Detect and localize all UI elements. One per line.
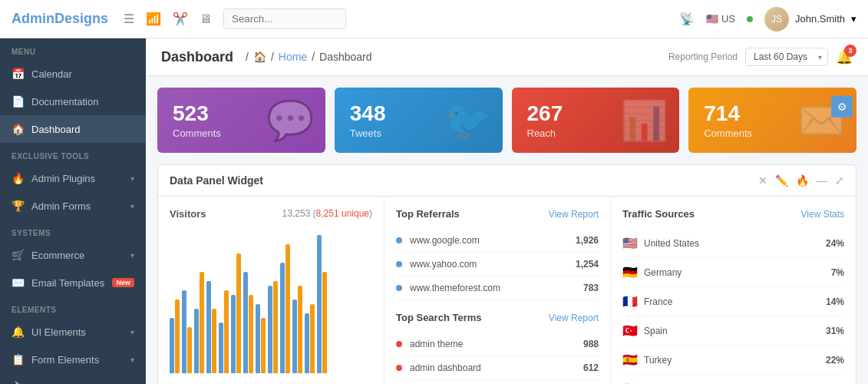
desktop-icon[interactable]: 🖥 [200, 12, 212, 26]
sidebar-item-documentation[interactable]: 📄 Documentation [0, 88, 146, 115]
breadcrumb-home-icon: 🏠 [253, 51, 266, 63]
sidebar-item-ui-elements[interactable]: 🔔 UI Elements ▾ [0, 318, 146, 346]
bar-yellow [236, 253, 241, 373]
flag-fr: 🇫🇷 [622, 294, 638, 309]
panel-body: Visitors 13,253 (8,251 unique) 0 10 20 [158, 197, 856, 384]
sidebar-item-email-templates[interactable]: ✉️ Email Templates New [0, 269, 146, 296]
notification-badge: 3 [844, 45, 856, 57]
page-header-right: Reporting Period Last 60 Days Last 30 Da… [668, 48, 853, 66]
search-title: Top Search Terms [396, 312, 482, 323]
edit-icon[interactable]: ✏️ [775, 174, 788, 187]
search-term: admin theme [410, 339, 583, 349]
bar-blue [317, 235, 322, 373]
sidebar-item-admin-plugins[interactable]: 🔥 Admin Plugins ▾ [0, 164, 146, 192]
search-item: admin theme 988 [396, 333, 599, 356]
period-wrapper: Last 60 Days Last 30 Days Last 7 Days [745, 48, 828, 66]
stats-cards: 523 Comments 💬 348 Tweets 🐦 267 Reach 📊 [146, 76, 868, 164]
traffic-view-link[interactable]: View Stats [801, 209, 844, 220]
traffic-pct: 7% [831, 267, 844, 278]
flag-de: 🇩🇪 [622, 265, 638, 280]
ref-count: 1,926 [576, 235, 599, 246]
doc-icon: 📄 [12, 95, 24, 108]
bar-blue [219, 323, 223, 373]
email-icon: ✉️ [12, 276, 24, 289]
user-menu[interactable]: JS John.Smith ▾ [764, 7, 856, 31]
stat-info-comments1: 523 Comments [173, 101, 221, 139]
locale-code: US [721, 13, 735, 25]
panel-title: Data Panel Widget [170, 174, 263, 187]
gear-button[interactable]: ⚙ [831, 96, 853, 118]
bar-blue [280, 263, 285, 373]
traffic-item: 🇺🇸 United States 24% [622, 229, 844, 258]
breadcrumb-home-link[interactable]: Home [279, 51, 307, 63]
wifi-icon[interactable]: 📶 [146, 12, 161, 26]
bar-group [256, 304, 266, 373]
tools-icon[interactable]: ✂️ [173, 12, 188, 26]
fire-icon: 🔥 [12, 172, 24, 184]
stat-icon-twitter: 🐦 [444, 98, 491, 143]
bar-yellow [298, 286, 302, 373]
bar-group [243, 272, 253, 373]
sidebar-item-ecommerce[interactable]: 🛒 Ecommerce ▾ [0, 241, 146, 269]
menu-icon[interactable]: ☰ [124, 12, 134, 26]
bar-yellow [310, 304, 315, 373]
referrals-header: Top Referrals View Report [396, 208, 599, 220]
chevron-right-icon: ▾ [130, 328, 134, 336]
sidebar-item-dashboard[interactable]: 🏠 Dashboard [0, 115, 146, 143]
bar-group [170, 300, 180, 373]
referral-item: www.themeforest.com 783 [396, 276, 599, 300]
bar-blue [231, 295, 236, 373]
search-count: 988 [583, 339, 599, 349]
traffic-title: Traffic Sources [622, 208, 695, 220]
breadcrumb-current: Dashboard [319, 51, 372, 63]
broadcast-icon[interactable]: 📡 [679, 12, 695, 26]
minimize-icon[interactable]: — [817, 174, 827, 187]
sidebar-item-label: Plugins [31, 382, 123, 385]
traffic-item: 🇫🇷 France 14% [622, 287, 844, 316]
flag-icon: 🇺🇸 [706, 13, 718, 25]
chevron-right-icon: ▾ [130, 202, 134, 210]
search-dot [396, 365, 402, 371]
search-input[interactable] [232, 13, 338, 25]
panel-actions: ✕ ✏️ 🔥 — ⤢ [758, 174, 844, 187]
stat-number: 714 [704, 101, 752, 126]
period-select[interactable]: Last 60 Days Last 30 Days Last 7 Days [745, 48, 828, 66]
stat-number: 523 [173, 101, 221, 126]
expand-icon[interactable]: ⤢ [835, 174, 844, 187]
nav-icons: ☰ 📶 ✂️ 🖥 [124, 12, 212, 26]
traffic-item: 🇪🇸 Turkey 22% [622, 346, 844, 375]
referrals-list: www.google.com 1,926 www.yahoo.com 1,254… [396, 229, 599, 300]
bar-yellow [187, 327, 192, 373]
notifications-button[interactable]: 🔔 3 [836, 48, 853, 65]
search-view-link[interactable]: View Report [549, 313, 599, 323]
sidebar-item-calendar[interactable]: 📅 Calendar [0, 60, 146, 88]
flag-us: 🇺🇸 [622, 236, 638, 250]
username: John.Smith [795, 13, 845, 25]
bar-blue [305, 313, 309, 373]
cart-icon: 🛒 [12, 249, 24, 261]
search-box[interactable] [223, 8, 346, 29]
fire-icon[interactable]: 🔥 [796, 174, 809, 187]
stat-card-reach: 267 Reach 📊 [512, 88, 680, 153]
sidebar-item-admin-forms[interactable]: 🏆 Admin Forms ▾ [0, 192, 146, 220]
search-count: 612 [583, 362, 599, 373]
close-icon[interactable]: ✕ [758, 174, 767, 187]
search-terms: Top Search Terms View Report admin theme… [396, 312, 599, 384]
bar-group [206, 281, 216, 373]
referrals-view-link[interactable]: View Report [549, 209, 599, 220]
sidebar-item-label: Dashboard [31, 124, 134, 135]
locale-selector[interactable]: 🇺🇸 US [706, 13, 735, 25]
bar-group [280, 244, 290, 373]
sidebar-item-label: Calendar [31, 68, 134, 80]
traffic-header: Traffic Sources View Stats [622, 208, 844, 220]
bar-yellow [322, 272, 327, 373]
chart-header: Visitors 13,253 (8,251 unique) [170, 208, 372, 220]
traffic-country: United States [644, 238, 820, 249]
ref-url: www.google.com [410, 235, 576, 246]
page-title: Dashboard [161, 49, 233, 65]
sidebar-item-plugins[interactable]: 🔌 Plugins ▾ [0, 373, 146, 384]
online-indicator [747, 16, 753, 22]
sidebar-item-form-elements[interactable]: 📋 Form Elements ▾ [0, 346, 146, 373]
sidebar-section-elements: ELEMENTS [0, 296, 146, 318]
bar-blue [206, 281, 211, 373]
